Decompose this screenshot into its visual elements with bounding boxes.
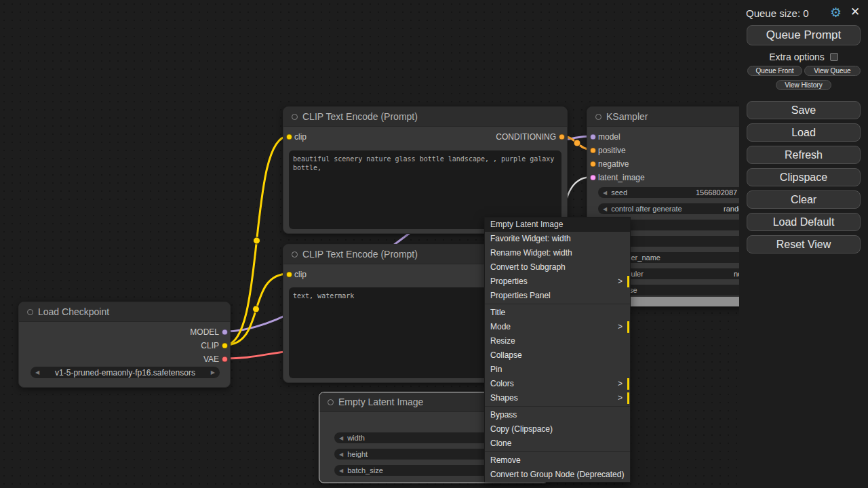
input-dot-model[interactable] — [590, 134, 596, 140]
link-midpoint-dot — [254, 237, 260, 244]
control-after-generate-label: control after generate — [611, 205, 682, 213]
output-label: VAE — [203, 354, 219, 364]
submenu-accent-bar-icon — [627, 276, 629, 287]
menu-item-collapse[interactable]: Collapse — [485, 348, 630, 363]
node-title: CLIP Text Encode (Prompt) — [302, 111, 418, 122]
seed-value[interactable]: 1566802087 — [696, 188, 737, 197]
refresh-button[interactable]: Refresh — [747, 146, 861, 164]
widget-decrement-icon[interactable]: ◀ — [603, 190, 607, 196]
node-canvas[interactable]: Load Checkpoint MODEL CLIP VAE ◀ v1-5-pr… — [0, 0, 868, 488]
collapse-dot-icon[interactable] — [27, 309, 33, 315]
collapse-dot-icon[interactable] — [595, 114, 601, 120]
extra-options-label: Extra options — [769, 52, 825, 62]
menu-item-pin[interactable]: Pin — [485, 363, 630, 377]
input-label: negative — [598, 159, 629, 169]
close-icon[interactable]: ✕ — [850, 5, 860, 19]
extra-options-row: Extra options — [739, 52, 868, 62]
input-dot-negative[interactable] — [590, 161, 596, 167]
slot-row: clip CONDITIONING — [283, 130, 567, 144]
height-label: height — [347, 450, 368, 458]
submenu-arrow-icon: > — [618, 391, 623, 405]
node-title: Empty Latent Image — [338, 396, 423, 407]
menu-item-colors[interactable]: Colors > — [485, 377, 630, 391]
menu-item-copy-clipspace[interactable]: Copy (Clipspace) — [485, 422, 630, 436]
menu-item-label: Colors — [490, 379, 514, 388]
submenu-arrow-icon: > — [618, 274, 623, 289]
input-label-clip: clip — [294, 132, 307, 142]
menu-item-rename-widget-width[interactable]: Rename Widget: width — [485, 246, 630, 260]
output-slot-clip: CLIP — [19, 339, 230, 352]
load-button[interactable]: Load — [747, 123, 861, 142]
output-dot-model[interactable] — [222, 329, 228, 336]
menu-item-title[interactable]: Title — [485, 306, 630, 320]
submenu-accent-bar-icon — [627, 378, 629, 390]
context-menu-title: Empty Latent Image — [485, 218, 630, 232]
output-slot-vae: VAE — [19, 352, 230, 366]
node-load-checkpoint[interactable]: Load Checkpoint MODEL CLIP VAE ◀ v1-5-pr… — [18, 302, 231, 388]
batch-size-label: batch_size — [347, 466, 383, 474]
node-clip-text-encode-positive[interactable]: CLIP Text Encode (Prompt) clip CONDITION… — [283, 106, 568, 234]
submenu-arrow-icon: > — [618, 320, 623, 334]
input-dot-latent-image[interactable] — [590, 175, 596, 181]
menu-item-properties[interactable]: Properties > — [485, 274, 630, 289]
widget-decrement-icon[interactable]: ◀ — [339, 468, 343, 474]
node-header[interactable]: Load Checkpoint — [19, 302, 230, 322]
node-title: CLIP Text Encode (Prompt) — [302, 249, 418, 260]
menu-item-properties-panel[interactable]: Properties Panel — [485, 289, 630, 303]
collapse-dot-icon[interactable] — [292, 251, 298, 258]
node-header[interactable]: CLIP Text Encode (Prompt) — [283, 107, 567, 127]
menu-item-convert-to-subgraph[interactable]: Convert to Subgraph — [485, 260, 630, 274]
widget-decrement-icon[interactable]: ◀ — [603, 206, 607, 212]
output-dot-conditioning[interactable] — [559, 134, 565, 140]
menu-item-remove[interactable]: Remove — [485, 453, 630, 468]
clipspace-button[interactable]: Clipspace — [747, 168, 861, 186]
input-dot-clip[interactable] — [286, 134, 292, 140]
submenu-accent-bar-icon — [627, 392, 629, 404]
menu-item-favorite-widget-width[interactable]: Favorite Widget: width — [485, 232, 630, 246]
reset-view-button[interactable]: Reset View — [747, 235, 861, 253]
widget-decrement-icon[interactable]: ◀ — [339, 435, 343, 441]
combo-next-icon[interactable]: ▶ — [211, 369, 215, 375]
menu-item-convert-to-group-node[interactable]: Convert to Group Node (Deprecated) — [485, 468, 630, 482]
ckpt-name-combo[interactable]: ◀ v1-5-pruned-emaonly-fp16.safetensors ▶ — [31, 367, 220, 378]
output-dot-vae[interactable] — [222, 357, 228, 363]
load-default-button[interactable]: Load Default — [747, 213, 861, 231]
collapse-dot-icon[interactable] — [292, 114, 298, 120]
submenu-arrow-icon: > — [618, 377, 623, 391]
menu-item-label: Mode — [490, 322, 511, 331]
menu-item-resize[interactable]: Resize — [485, 334, 630, 348]
settings-gear-icon[interactable]: ⚙ — [830, 5, 842, 20]
combo-prev-icon[interactable]: ◀ — [35, 369, 39, 375]
output-label: MODEL — [190, 327, 219, 337]
queue-prompt-button[interactable]: Queue Prompt — [747, 25, 861, 45]
submenu-accent-bar-icon — [627, 321, 629, 333]
output-dot-clip[interactable] — [222, 343, 228, 349]
queue-size-label: Queue size: 0 — [746, 7, 809, 19]
wire-clip-negative — [225, 274, 288, 345]
node-title: KSampler — [606, 111, 648, 122]
view-queue-button[interactable]: View Queue — [804, 66, 861, 76]
menu-item-bypass[interactable]: Bypass — [485, 408, 630, 422]
widget-decrement-icon[interactable]: ◀ — [339, 451, 343, 458]
collapse-dot-icon[interactable] — [328, 399, 334, 405]
menu-item-label: Shapes — [490, 393, 518, 403]
menu-item-label: Properties — [490, 277, 528, 286]
menu-item-mode[interactable]: Mode > — [485, 320, 630, 334]
input-label: positive — [598, 146, 626, 155]
input-dot-positive[interactable] — [590, 148, 596, 154]
width-label: width — [347, 434, 365, 442]
menu-item-clone[interactable]: Clone — [485, 436, 630, 451]
clear-button[interactable]: Clear — [747, 190, 861, 209]
input-dot-clip[interactable] — [286, 272, 292, 278]
wire-clip-positive — [225, 136, 288, 345]
save-button[interactable]: Save — [747, 101, 861, 119]
link-midpoint-dot — [574, 140, 580, 146]
input-label-clip: clip — [294, 270, 307, 279]
queue-front-button[interactable]: Queue Front — [747, 66, 802, 76]
extra-options-checkbox[interactable] — [830, 53, 838, 61]
menu-item-shapes[interactable]: Shapes > — [485, 391, 630, 405]
context-menu: Empty Latent Image Favorite Widget: widt… — [484, 217, 631, 483]
ckpt-name-value[interactable]: v1-5-pruned-emaonly-fp16.safetensors — [42, 368, 208, 378]
node-title: Load Checkpoint — [38, 306, 109, 317]
view-history-button[interactable]: View History — [776, 80, 831, 90]
